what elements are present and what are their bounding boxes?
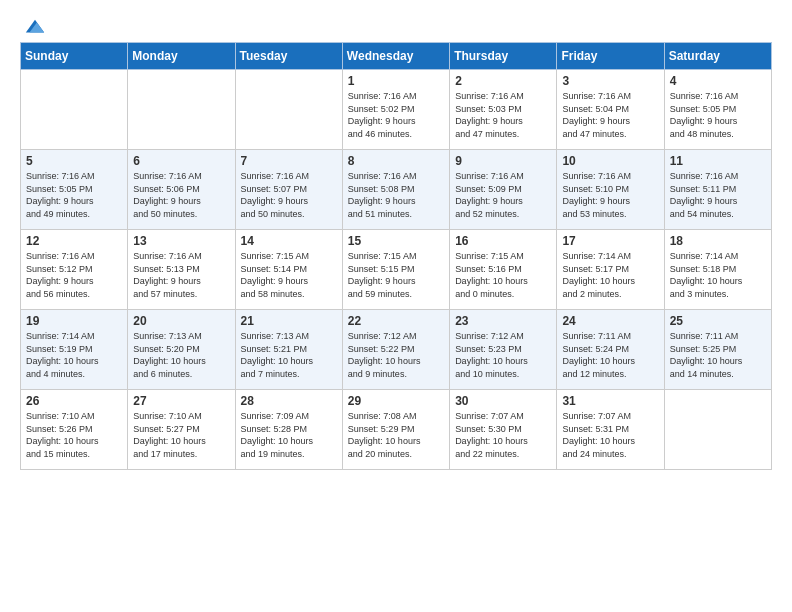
day-info: Sunrise: 7:07 AM Sunset: 5:30 PM Dayligh… [455,410,551,460]
day-cell-5-6: 31Sunrise: 7:07 AM Sunset: 5:31 PM Dayli… [557,390,664,470]
day-info: Sunrise: 7:11 AM Sunset: 5:24 PM Dayligh… [562,330,658,380]
day-cell-1-1 [21,70,128,150]
day-cell-2-5: 9Sunrise: 7:16 AM Sunset: 5:09 PM Daylig… [450,150,557,230]
day-number: 30 [455,394,551,408]
day-cell-4-2: 20Sunrise: 7:13 AM Sunset: 5:20 PM Dayli… [128,310,235,390]
weekday-header-saturday: Saturday [664,43,771,70]
day-number: 19 [26,314,122,328]
day-number: 24 [562,314,658,328]
weekday-header-thursday: Thursday [450,43,557,70]
day-info: Sunrise: 7:15 AM Sunset: 5:15 PM Dayligh… [348,250,444,300]
day-info: Sunrise: 7:16 AM Sunset: 5:05 PM Dayligh… [26,170,122,220]
day-info: Sunrise: 7:16 AM Sunset: 5:06 PM Dayligh… [133,170,229,220]
day-cell-1-4: 1Sunrise: 7:16 AM Sunset: 5:02 PM Daylig… [342,70,449,150]
day-number: 4 [670,74,766,88]
day-number: 25 [670,314,766,328]
day-number: 5 [26,154,122,168]
week-row-1: 1Sunrise: 7:16 AM Sunset: 5:02 PM Daylig… [21,70,772,150]
day-cell-5-7 [664,390,771,470]
day-cell-1-3 [235,70,342,150]
day-cell-3-3: 14Sunrise: 7:15 AM Sunset: 5:14 PM Dayli… [235,230,342,310]
day-cell-4-6: 24Sunrise: 7:11 AM Sunset: 5:24 PM Dayli… [557,310,664,390]
week-row-2: 5Sunrise: 7:16 AM Sunset: 5:05 PM Daylig… [21,150,772,230]
day-number: 28 [241,394,337,408]
day-cell-5-1: 26Sunrise: 7:10 AM Sunset: 5:26 PM Dayli… [21,390,128,470]
day-info: Sunrise: 7:16 AM Sunset: 5:02 PM Dayligh… [348,90,444,140]
day-info: Sunrise: 7:16 AM Sunset: 5:11 PM Dayligh… [670,170,766,220]
day-info: Sunrise: 7:16 AM Sunset: 5:04 PM Dayligh… [562,90,658,140]
day-number: 21 [241,314,337,328]
day-cell-5-5: 30Sunrise: 7:07 AM Sunset: 5:30 PM Dayli… [450,390,557,470]
day-number: 13 [133,234,229,248]
day-info: Sunrise: 7:13 AM Sunset: 5:21 PM Dayligh… [241,330,337,380]
day-info: Sunrise: 7:10 AM Sunset: 5:27 PM Dayligh… [133,410,229,460]
day-info: Sunrise: 7:14 AM Sunset: 5:18 PM Dayligh… [670,250,766,300]
day-cell-2-3: 7Sunrise: 7:16 AM Sunset: 5:07 PM Daylig… [235,150,342,230]
day-cell-2-1: 5Sunrise: 7:16 AM Sunset: 5:05 PM Daylig… [21,150,128,230]
day-cell-2-6: 10Sunrise: 7:16 AM Sunset: 5:10 PM Dayli… [557,150,664,230]
day-number: 26 [26,394,122,408]
day-info: Sunrise: 7:16 AM Sunset: 5:09 PM Dayligh… [455,170,551,220]
day-info: Sunrise: 7:14 AM Sunset: 5:17 PM Dayligh… [562,250,658,300]
day-number: 2 [455,74,551,88]
day-number: 3 [562,74,658,88]
day-info: Sunrise: 7:16 AM Sunset: 5:12 PM Dayligh… [26,250,122,300]
calendar: SundayMondayTuesdayWednesdayThursdayFrid… [20,42,772,470]
day-cell-4-3: 21Sunrise: 7:13 AM Sunset: 5:21 PM Dayli… [235,310,342,390]
day-number: 12 [26,234,122,248]
week-row-4: 19Sunrise: 7:14 AM Sunset: 5:19 PM Dayli… [21,310,772,390]
weekday-header-wednesday: Wednesday [342,43,449,70]
day-cell-1-7: 4Sunrise: 7:16 AM Sunset: 5:05 PM Daylig… [664,70,771,150]
day-cell-3-2: 13Sunrise: 7:16 AM Sunset: 5:13 PM Dayli… [128,230,235,310]
day-info: Sunrise: 7:12 AM Sunset: 5:22 PM Dayligh… [348,330,444,380]
day-info: Sunrise: 7:15 AM Sunset: 5:16 PM Dayligh… [455,250,551,300]
day-number: 18 [670,234,766,248]
day-cell-4-1: 19Sunrise: 7:14 AM Sunset: 5:19 PM Dayli… [21,310,128,390]
day-number: 14 [241,234,337,248]
day-number: 6 [133,154,229,168]
day-cell-4-4: 22Sunrise: 7:12 AM Sunset: 5:22 PM Dayli… [342,310,449,390]
day-number: 29 [348,394,444,408]
day-cell-4-7: 25Sunrise: 7:11 AM Sunset: 5:25 PM Dayli… [664,310,771,390]
day-cell-2-4: 8Sunrise: 7:16 AM Sunset: 5:08 PM Daylig… [342,150,449,230]
day-number: 7 [241,154,337,168]
weekday-header-monday: Monday [128,43,235,70]
day-number: 15 [348,234,444,248]
day-cell-1-6: 3Sunrise: 7:16 AM Sunset: 5:04 PM Daylig… [557,70,664,150]
day-cell-3-7: 18Sunrise: 7:14 AM Sunset: 5:18 PM Dayli… [664,230,771,310]
weekday-header-sunday: Sunday [21,43,128,70]
day-number: 22 [348,314,444,328]
day-info: Sunrise: 7:16 AM Sunset: 5:13 PM Dayligh… [133,250,229,300]
day-info: Sunrise: 7:16 AM Sunset: 5:08 PM Dayligh… [348,170,444,220]
day-info: Sunrise: 7:15 AM Sunset: 5:14 PM Dayligh… [241,250,337,300]
day-info: Sunrise: 7:13 AM Sunset: 5:20 PM Dayligh… [133,330,229,380]
page: SundayMondayTuesdayWednesdayThursdayFrid… [0,0,792,486]
week-row-3: 12Sunrise: 7:16 AM Sunset: 5:12 PM Dayli… [21,230,772,310]
day-info: Sunrise: 7:16 AM Sunset: 5:03 PM Dayligh… [455,90,551,140]
day-cell-3-6: 17Sunrise: 7:14 AM Sunset: 5:17 PM Dayli… [557,230,664,310]
day-cell-5-2: 27Sunrise: 7:10 AM Sunset: 5:27 PM Dayli… [128,390,235,470]
day-info: Sunrise: 7:10 AM Sunset: 5:26 PM Dayligh… [26,410,122,460]
day-cell-2-7: 11Sunrise: 7:16 AM Sunset: 5:11 PM Dayli… [664,150,771,230]
day-number: 10 [562,154,658,168]
logo-icon [24,16,46,38]
day-cell-2-2: 6Sunrise: 7:16 AM Sunset: 5:06 PM Daylig… [128,150,235,230]
day-cell-3-1: 12Sunrise: 7:16 AM Sunset: 5:12 PM Dayli… [21,230,128,310]
day-info: Sunrise: 7:12 AM Sunset: 5:23 PM Dayligh… [455,330,551,380]
day-number: 20 [133,314,229,328]
day-info: Sunrise: 7:11 AM Sunset: 5:25 PM Dayligh… [670,330,766,380]
day-number: 23 [455,314,551,328]
day-cell-1-5: 2Sunrise: 7:16 AM Sunset: 5:03 PM Daylig… [450,70,557,150]
day-number: 9 [455,154,551,168]
day-number: 11 [670,154,766,168]
header [20,16,772,30]
weekday-header-row: SundayMondayTuesdayWednesdayThursdayFrid… [21,43,772,70]
day-info: Sunrise: 7:09 AM Sunset: 5:28 PM Dayligh… [241,410,337,460]
day-number: 1 [348,74,444,88]
week-row-5: 26Sunrise: 7:10 AM Sunset: 5:26 PM Dayli… [21,390,772,470]
day-cell-4-5: 23Sunrise: 7:12 AM Sunset: 5:23 PM Dayli… [450,310,557,390]
day-cell-5-3: 28Sunrise: 7:09 AM Sunset: 5:28 PM Dayli… [235,390,342,470]
logo [20,16,46,30]
day-cell-3-5: 16Sunrise: 7:15 AM Sunset: 5:16 PM Dayli… [450,230,557,310]
day-info: Sunrise: 7:16 AM Sunset: 5:07 PM Dayligh… [241,170,337,220]
